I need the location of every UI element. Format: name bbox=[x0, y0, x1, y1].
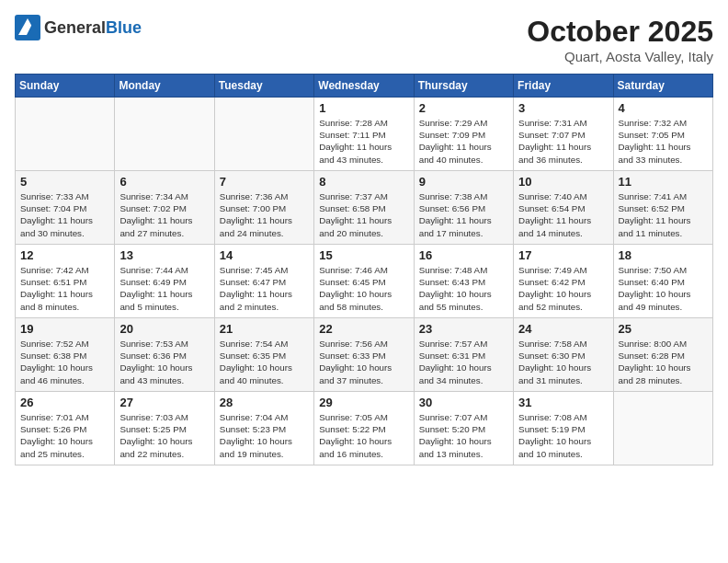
day-info: Sunrise: 7:45 AMSunset: 6:47 PMDaylight:… bbox=[220, 264, 310, 313]
table-row: 12Sunrise: 7:42 AMSunset: 6:51 PMDayligh… bbox=[16, 245, 115, 318]
day-info: Sunrise: 7:57 AMSunset: 6:31 PMDaylight:… bbox=[419, 338, 509, 386]
table-row: 31Sunrise: 7:08 AMSunset: 5:19 PMDayligh… bbox=[514, 392, 613, 465]
table-row bbox=[115, 98, 214, 171]
day-info: Sunrise: 7:08 AMSunset: 5:19 PMDaylight:… bbox=[518, 411, 609, 460]
table-row: 13Sunrise: 7:44 AMSunset: 6:49 PMDayligh… bbox=[115, 245, 214, 318]
day-number: 9 bbox=[419, 175, 509, 189]
table-row: 19Sunrise: 7:52 AMSunset: 6:38 PMDayligh… bbox=[16, 318, 115, 392]
table-row: 30Sunrise: 7:07 AMSunset: 5:20 PMDayligh… bbox=[414, 392, 513, 465]
day-info: Sunrise: 7:52 AMSunset: 6:38 PMDaylight:… bbox=[20, 338, 110, 386]
day-info: Sunrise: 7:01 AMSunset: 5:26 PMDaylight:… bbox=[20, 411, 110, 460]
day-info: Sunrise: 7:56 AMSunset: 6:33 PMDaylight:… bbox=[319, 338, 409, 386]
day-number: 19 bbox=[20, 322, 110, 336]
header-friday: Friday bbox=[514, 75, 613, 98]
day-number: 21 bbox=[220, 322, 310, 336]
day-info: Sunrise: 7:40 AMSunset: 6:54 PMDaylight:… bbox=[518, 190, 609, 239]
table-row: 23Sunrise: 7:57 AMSunset: 6:31 PMDayligh… bbox=[414, 318, 513, 392]
table-row: 4Sunrise: 7:32 AMSunset: 7:05 PMDaylight… bbox=[613, 98, 712, 171]
day-number: 27 bbox=[119, 396, 210, 409]
calendar-week-1: 1Sunrise: 7:28 AMSunset: 7:11 PMDaylight… bbox=[16, 98, 713, 171]
header-saturday: Saturday bbox=[613, 75, 712, 98]
day-number: 29 bbox=[319, 396, 409, 409]
table-row: 18Sunrise: 7:50 AMSunset: 6:40 PMDayligh… bbox=[613, 245, 712, 318]
table-row: 5Sunrise: 7:33 AMSunset: 7:04 PMDaylight… bbox=[16, 171, 115, 245]
month-title: October 2025 bbox=[527, 15, 713, 49]
table-row bbox=[613, 392, 712, 465]
day-number: 30 bbox=[419, 396, 509, 409]
day-info: Sunrise: 8:00 AMSunset: 6:28 PMDaylight:… bbox=[619, 338, 709, 386]
logo-text-general: General bbox=[44, 18, 106, 37]
table-row: 24Sunrise: 7:58 AMSunset: 6:30 PMDayligh… bbox=[514, 318, 613, 392]
day-number: 2 bbox=[419, 101, 509, 115]
title-block: October 2025 Quart, Aosta Valley, Italy bbox=[527, 15, 713, 64]
table-row bbox=[214, 98, 313, 171]
day-info: Sunrise: 7:42 AMSunset: 6:51 PMDaylight:… bbox=[20, 264, 110, 313]
table-row: 21Sunrise: 7:54 AMSunset: 6:35 PMDayligh… bbox=[214, 318, 313, 392]
table-row: 7Sunrise: 7:36 AMSunset: 7:00 PMDaylight… bbox=[214, 171, 313, 245]
header-tuesday: Tuesday bbox=[214, 75, 313, 98]
header-sunday: Sunday bbox=[16, 75, 115, 98]
day-info: Sunrise: 7:54 AMSunset: 6:35 PMDaylight:… bbox=[220, 338, 310, 386]
location-subtitle: Quart, Aosta Valley, Italy bbox=[527, 49, 713, 64]
day-info: Sunrise: 7:49 AMSunset: 6:42 PMDaylight:… bbox=[518, 264, 609, 313]
header-thursday: Thursday bbox=[414, 75, 513, 98]
header-wednesday: Wednesday bbox=[314, 75, 414, 98]
day-info: Sunrise: 7:04 AMSunset: 5:23 PMDaylight:… bbox=[220, 411, 310, 460]
table-row: 16Sunrise: 7:48 AMSunset: 6:43 PMDayligh… bbox=[414, 245, 513, 318]
day-number: 25 bbox=[619, 322, 709, 336]
day-info: Sunrise: 7:36 AMSunset: 7:00 PMDaylight:… bbox=[220, 190, 310, 239]
day-number: 14 bbox=[220, 248, 310, 262]
table-row: 2Sunrise: 7:29 AMSunset: 7:09 PMDaylight… bbox=[414, 98, 513, 171]
day-number: 8 bbox=[319, 175, 409, 189]
calendar-week-3: 12Sunrise: 7:42 AMSunset: 6:51 PMDayligh… bbox=[16, 245, 713, 318]
table-row: 1Sunrise: 7:28 AMSunset: 7:11 PMDaylight… bbox=[314, 98, 414, 171]
day-info: Sunrise: 7:46 AMSunset: 6:45 PMDaylight:… bbox=[319, 264, 409, 313]
day-info: Sunrise: 7:32 AMSunset: 7:05 PMDaylight:… bbox=[619, 117, 709, 166]
day-number: 13 bbox=[119, 248, 210, 262]
table-row: 11Sunrise: 7:41 AMSunset: 6:52 PMDayligh… bbox=[613, 171, 712, 245]
table-row: 29Sunrise: 7:05 AMSunset: 5:22 PMDayligh… bbox=[314, 392, 414, 465]
day-info: Sunrise: 7:44 AMSunset: 6:49 PMDaylight:… bbox=[119, 264, 210, 313]
header-monday: Monday bbox=[115, 75, 214, 98]
table-row: 15Sunrise: 7:46 AMSunset: 6:45 PMDayligh… bbox=[314, 245, 414, 318]
table-row: 26Sunrise: 7:01 AMSunset: 5:26 PMDayligh… bbox=[16, 392, 115, 465]
day-info: Sunrise: 7:03 AMSunset: 5:25 PMDaylight:… bbox=[119, 411, 210, 460]
day-number: 24 bbox=[518, 322, 609, 336]
table-row: 10Sunrise: 7:40 AMSunset: 6:54 PMDayligh… bbox=[514, 171, 613, 245]
day-info: Sunrise: 7:33 AMSunset: 7:04 PMDaylight:… bbox=[20, 190, 110, 239]
logo: GeneralBlue bbox=[15, 15, 142, 40]
page-header: GeneralBlue October 2025 Quart, Aosta Va… bbox=[15, 15, 713, 64]
day-number: 22 bbox=[319, 322, 409, 336]
table-row: 8Sunrise: 7:37 AMSunset: 6:58 PMDaylight… bbox=[314, 171, 414, 245]
day-number: 18 bbox=[619, 248, 709, 262]
table-row: 3Sunrise: 7:31 AMSunset: 7:07 PMDaylight… bbox=[514, 98, 613, 171]
calendar-table: Sunday Monday Tuesday Wednesday Thursday… bbox=[15, 74, 713, 465]
day-info: Sunrise: 7:58 AMSunset: 6:30 PMDaylight:… bbox=[518, 338, 609, 386]
day-number: 28 bbox=[220, 396, 310, 409]
table-row: 20Sunrise: 7:53 AMSunset: 6:36 PMDayligh… bbox=[115, 318, 214, 392]
day-info: Sunrise: 7:53 AMSunset: 6:36 PMDaylight:… bbox=[119, 338, 210, 386]
logo-icon bbox=[15, 15, 40, 40]
calendar-week-4: 19Sunrise: 7:52 AMSunset: 6:38 PMDayligh… bbox=[16, 318, 713, 392]
day-info: Sunrise: 7:41 AMSunset: 6:52 PMDaylight:… bbox=[619, 190, 709, 239]
calendar-week-2: 5Sunrise: 7:33 AMSunset: 7:04 PMDaylight… bbox=[16, 171, 713, 245]
day-number: 16 bbox=[419, 248, 509, 262]
day-number: 3 bbox=[518, 101, 609, 115]
day-number: 26 bbox=[20, 396, 110, 409]
logo-text-blue: Blue bbox=[106, 18, 142, 37]
day-info: Sunrise: 7:29 AMSunset: 7:09 PMDaylight:… bbox=[419, 117, 509, 166]
day-number: 11 bbox=[619, 175, 709, 189]
day-info: Sunrise: 7:37 AMSunset: 6:58 PMDaylight:… bbox=[319, 190, 409, 239]
day-info: Sunrise: 7:38 AMSunset: 6:56 PMDaylight:… bbox=[419, 190, 509, 239]
day-number: 10 bbox=[518, 175, 609, 189]
weekday-header-row: Sunday Monday Tuesday Wednesday Thursday… bbox=[16, 75, 713, 98]
day-info: Sunrise: 7:50 AMSunset: 6:40 PMDaylight:… bbox=[619, 264, 709, 313]
day-number: 17 bbox=[518, 248, 609, 262]
day-number: 12 bbox=[20, 248, 110, 262]
calendar-container: GeneralBlue October 2025 Quart, Aosta Va… bbox=[0, 0, 728, 473]
day-number: 20 bbox=[119, 322, 210, 336]
day-info: Sunrise: 7:07 AMSunset: 5:20 PMDaylight:… bbox=[419, 411, 509, 460]
table-row: 14Sunrise: 7:45 AMSunset: 6:47 PMDayligh… bbox=[214, 245, 313, 318]
day-number: 15 bbox=[319, 248, 409, 262]
day-info: Sunrise: 7:48 AMSunset: 6:43 PMDaylight:… bbox=[419, 264, 509, 313]
